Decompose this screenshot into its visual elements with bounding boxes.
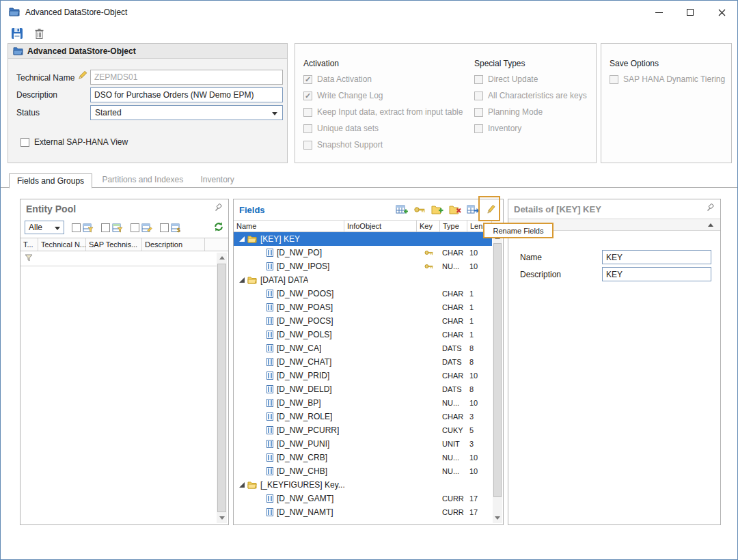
name-cell: [D_NW_GAMT]: [234, 492, 344, 505]
column-header-name[interactable]: Name: [234, 221, 344, 232]
fields-field-row[interactable]: [D_NW_PRID]CHAR10: [234, 369, 492, 382]
special-types-title: Special Types: [474, 59, 525, 68]
save-button[interactable]: [10, 26, 25, 41]
maximize-button[interactable]: [674, 1, 706, 24]
external-hana-label: External SAP-HANA View: [34, 137, 128, 147]
length-cell: 3: [467, 437, 492, 451]
field-icon: [266, 385, 273, 393]
length-cell: 1: [467, 314, 492, 328]
column-header-type[interactable]: Type: [440, 221, 467, 232]
tab-inventory[interactable]: Inventory: [193, 173, 242, 188]
column-header-key[interactable]: Key: [417, 221, 440, 232]
tab-fields-and-groups[interactable]: Fields and Groups: [9, 173, 92, 188]
pin-icon[interactable]: [706, 204, 715, 214]
external-hana-checkbox[interactable]: [20, 138, 29, 147]
adso-header-group: Advanced DataStore-Object Technical Name…: [8, 43, 288, 163]
scrollbar-thumb[interactable]: [493, 243, 502, 497]
fields-field-row[interactable]: [D_NW_POOS]CHAR1: [234, 287, 492, 300]
status-dropdown[interactable]: Started: [90, 105, 283, 120]
fields-field-row[interactable]: [D_NW_PUNI]UNIT3: [234, 437, 492, 451]
fields-field-row[interactable]: [D_NW_CHAT]DATS8: [234, 355, 492, 369]
entity-filter-2-checkbox[interactable]: [101, 223, 110, 232]
add-field-button[interactable]: [394, 202, 410, 217]
fields-field-row[interactable]: [D_NW_CHB]NU...10: [234, 464, 492, 478]
fields-group-row[interactable]: [DATA] DATA: [234, 273, 492, 287]
folder-icon: [247, 481, 257, 489]
add-group-icon: [431, 204, 443, 215]
activation-group: Activation Data ActivationWrite Change L…: [295, 43, 597, 163]
fields-field-row[interactable]: [D_NW_IPOS]NU...10: [234, 260, 492, 273]
close-button[interactable]: [706, 1, 737, 24]
activation-option-row: Keep Input data, extract from input tabl…: [303, 104, 463, 120]
save-options-list: SAP HANA Dynamic Tiering: [610, 71, 725, 87]
fields-field-row[interactable]: [D_NW_POAS]CHAR1: [234, 300, 492, 314]
manage-keys-button[interactable]: [411, 202, 428, 217]
field-label: [D_NW_POOS]: [277, 289, 333, 298]
save-options-title: Save Options: [610, 59, 659, 68]
expander-icon[interactable]: [239, 277, 247, 283]
scroll-down-icon[interactable]: [217, 513, 227, 523]
delete-button[interactable]: [31, 26, 46, 41]
tab-partitions-and-indexes[interactable]: Partitions and Indexes: [94, 173, 191, 188]
fields-field-row[interactable]: [D_NW_GAMT]CURR17: [234, 492, 492, 505]
infoobject-cell: [344, 232, 417, 246]
rename-fields-button[interactable]: [482, 202, 499, 217]
fields-group-row[interactable]: [_KEYFIGURES] Key...: [234, 478, 492, 492]
delete-group-button[interactable]: [447, 202, 463, 217]
fields-field-row[interactable]: [D_NW_DELD]DATS8: [234, 382, 492, 396]
type-cell: [440, 478, 467, 492]
scrollbar-thumb[interactable]: [217, 264, 226, 512]
infoobject-cell: [344, 464, 417, 478]
field-icon: [266, 453, 273, 462]
description-input[interactable]: [90, 87, 283, 102]
group-label: [_KEYFIGURES] Key...: [260, 480, 344, 490]
pin-icon[interactable]: [214, 204, 223, 214]
refresh-button[interactable]: [213, 221, 224, 234]
fields-group-row[interactable]: [KEY] KEY: [234, 232, 492, 246]
scroll-down-icon[interactable]: [493, 513, 502, 523]
minimize-button[interactable]: [643, 1, 674, 24]
pencil-icon: [77, 70, 87, 81]
name-cell: [D_NW_POLS]: [234, 328, 344, 341]
fields-field-row[interactable]: [D_NW_CA]DATS8: [234, 341, 492, 355]
details-description-input[interactable]: [602, 267, 711, 281]
column-header-description[interactable]: Description: [142, 238, 205, 251]
entity-filter-4-checkbox[interactable]: [160, 223, 169, 232]
entity-pool-filter-row[interactable]: [20, 251, 217, 266]
entity-filter-dropdown[interactable]: Alle: [25, 221, 64, 234]
technical-name-input[interactable]: [90, 70, 283, 85]
fields-field-row[interactable]: [D_NW_PCURR]CUKY5: [234, 423, 492, 437]
entity-filter-1-checkbox[interactable]: [72, 223, 81, 232]
column-header-technical-name[interactable]: Technical N...: [38, 238, 86, 251]
fields-field-row[interactable]: [D_NW_BP]NU...10: [234, 396, 492, 410]
fields-field-row[interactable]: [D_NW_POLS]CHAR1: [234, 328, 492, 341]
column-header-sap-technical[interactable]: SAP Technis...: [86, 238, 142, 251]
details-panel: Details of [KEY] KEY Name Description: [508, 199, 721, 525]
add-group-button[interactable]: [429, 202, 446, 217]
entity-filter-3-checkbox[interactable]: [131, 223, 139, 232]
rename-fields-icon: [484, 204, 497, 215]
details-name-input[interactable]: [602, 250, 711, 264]
entity-pool-scrollbar[interactable]: [217, 253, 227, 523]
infoobject-cell: [344, 492, 417, 505]
field-icon: [266, 262, 273, 270]
entity-pool-list[interactable]: [20, 266, 217, 524]
column-header-type[interactable]: T...: [20, 238, 38, 251]
edit-technical-name-button[interactable]: [77, 70, 87, 83]
fields-field-row[interactable]: [D_NW_NAMT]CURR17: [234, 505, 492, 519]
column-header-infoobject[interactable]: InfoObject: [344, 221, 417, 232]
fields-scrollbar[interactable]: [493, 232, 502, 523]
fields-field-row[interactable]: [D_NW_ROLE]CHAR3: [234, 410, 492, 423]
fields-field-row[interactable]: [D_NW_CRB]NU...10: [234, 451, 492, 464]
activation-title: Activation: [303, 59, 339, 68]
expander-icon[interactable]: [239, 482, 247, 488]
fields-field-row[interactable]: [D_NW_PO]CHAR10: [234, 246, 492, 260]
activation-option-row: Snapshot Support: [303, 137, 463, 153]
scroll-up-icon[interactable]: [217, 253, 227, 263]
field-label: [D_NW_POLS]: [277, 330, 332, 339]
type-cell: CHAR: [440, 328, 467, 341]
move-field-button[interactable]: [465, 202, 481, 217]
fields-field-row[interactable]: [D_NW_POCS]CHAR1: [234, 314, 492, 328]
expander-icon[interactable]: [239, 236, 247, 242]
maximize-icon: [687, 9, 694, 16]
